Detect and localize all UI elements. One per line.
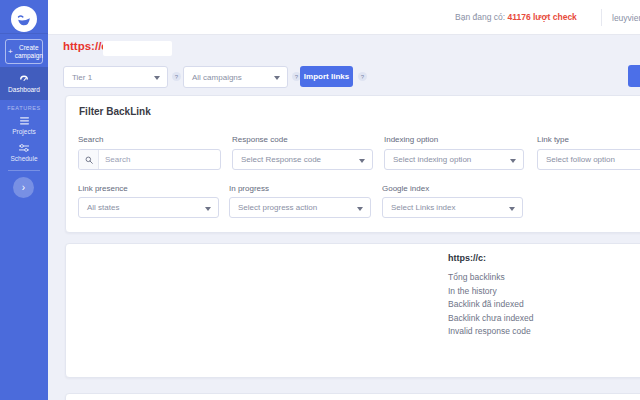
indexing-option-label: Indexing option — [384, 135, 438, 144]
stats-item-total: Tổng backlinks — [448, 271, 534, 285]
edge-cutoff-button[interactable] — [628, 65, 640, 87]
search-icon — [79, 150, 99, 169]
sidebar-divider — [8, 170, 40, 171]
sidebar-section-features: FEATURES — [0, 105, 48, 111]
response-code-value: Select Response code — [241, 155, 321, 164]
chevron-down-icon — [510, 159, 516, 163]
search-input[interactable] — [99, 150, 220, 169]
smiley-logo-icon — [14, 9, 34, 29]
google-index-label: Google index — [382, 184, 429, 193]
topbar-divider — [601, 9, 602, 26]
chevron-down-icon — [205, 207, 211, 211]
chevron-right-icon: › — [22, 182, 25, 193]
chevron-down-icon — [359, 159, 365, 163]
link-type-label: Link type — [537, 135, 569, 144]
app-logo[interactable] — [11, 6, 37, 32]
in-progress-select[interactable]: Select progress action — [229, 197, 371, 218]
sidebar-item-label: Schedule — [10, 155, 37, 162]
indexing-option-value: Select indexing option — [393, 155, 471, 164]
response-code-select[interactable]: Select Response code — [232, 149, 373, 170]
chevron-down-icon — [509, 207, 515, 211]
url-input[interactable] — [103, 41, 172, 56]
stats-url-title: https://c: — [448, 253, 534, 263]
stats-item-invalid: Invalid response code — [448, 325, 534, 339]
search-label: Search — [78, 135, 103, 144]
link-presence-value: All states — [87, 203, 119, 212]
app-root: { "colors": { "sidebar": "#4b6bdb", "acc… — [0, 0, 640, 400]
sidebar-item-dashboard[interactable]: Dashboard — [0, 67, 48, 100]
tier-select[interactable]: Tier 1 — [63, 66, 168, 88]
create-campaign-label: Create campaign — [15, 44, 43, 60]
sidebar-collapse-button[interactable]: › — [13, 177, 34, 198]
chevron-down-icon — [274, 76, 280, 80]
import-help-icon[interactable]: ? — [358, 72, 367, 81]
tier-select-value: Tier 1 — [72, 73, 92, 82]
create-campaign-button[interactable]: + Create campaign — [5, 39, 43, 64]
link-type-value: Select follow option — [546, 155, 615, 164]
stats-block: https://c: Tổng backlinks In the history… — [448, 253, 534, 339]
google-index-value: Select Links index — [391, 203, 455, 212]
stats-item-not-indexed: Backlink chưa indexed — [448, 312, 534, 326]
indexing-option-select[interactable]: Select indexing option — [384, 149, 524, 170]
campaign-select[interactable]: All campaigns — [183, 66, 288, 88]
search-input-group — [78, 149, 221, 170]
chevron-down-icon — [154, 76, 160, 80]
filter-card-title: Filter BackLink — [79, 106, 151, 117]
plus-icon: + — [8, 48, 13, 56]
sidebar-item-schedule[interactable]: Schedule — [0, 144, 48, 168]
in-progress-value: Select progress action — [238, 203, 317, 212]
credits-counter: Bạn đang có: 41176 lượt check — [455, 12, 577, 22]
campaign-select-value: All campaigns — [192, 73, 242, 82]
credits-value: 41176 lượt check — [507, 12, 576, 22]
sidebar-header — [0, 0, 48, 34]
projects-list-icon — [20, 117, 29, 125]
link-presence-label: Link presence — [78, 184, 128, 193]
import-links-button[interactable]: Import links — [300, 66, 353, 87]
backlink-stats-card: https://c: Tổng backlinks In the history… — [65, 243, 640, 378]
stats-item-history: In the history — [448, 285, 534, 299]
link-presence-select[interactable]: All states — [78, 197, 219, 218]
google-index-select[interactable]: Select Links index — [382, 197, 523, 218]
schedule-sliders-icon — [19, 144, 29, 152]
link-type-select[interactable]: Select follow option — [537, 149, 640, 170]
sidebar-item-projects[interactable]: Projects — [0, 117, 48, 141]
user-menu[interactable]: leuyvien9 — [612, 13, 640, 23]
in-progress-label: In progress — [229, 184, 269, 193]
topbar: Bạn đang có: 41176 lượt check leuyvien9 — [48, 0, 640, 35]
tier-help-icon[interactable]: ? — [172, 72, 181, 81]
stats-list: Tổng backlinks In the history Backlink đ… — [448, 271, 534, 339]
sidebar-item-label: Dashboard — [8, 86, 40, 93]
stats-item-indexed: Backlink đã indexed — [448, 298, 534, 312]
sidebar: + Create campaign Dashboard FEATURES Pro… — [0, 0, 48, 400]
dashboard-icon — [19, 74, 29, 83]
response-code-label: Response code — [232, 135, 288, 144]
filter-backlink-card: Filter BackLink Search Response code Sel… — [65, 95, 640, 233]
next-section-card — [65, 393, 640, 400]
campaign-url-title: https://c — [63, 40, 108, 52]
chevron-down-icon — [357, 207, 363, 211]
sidebar-item-label: Projects — [12, 128, 35, 135]
